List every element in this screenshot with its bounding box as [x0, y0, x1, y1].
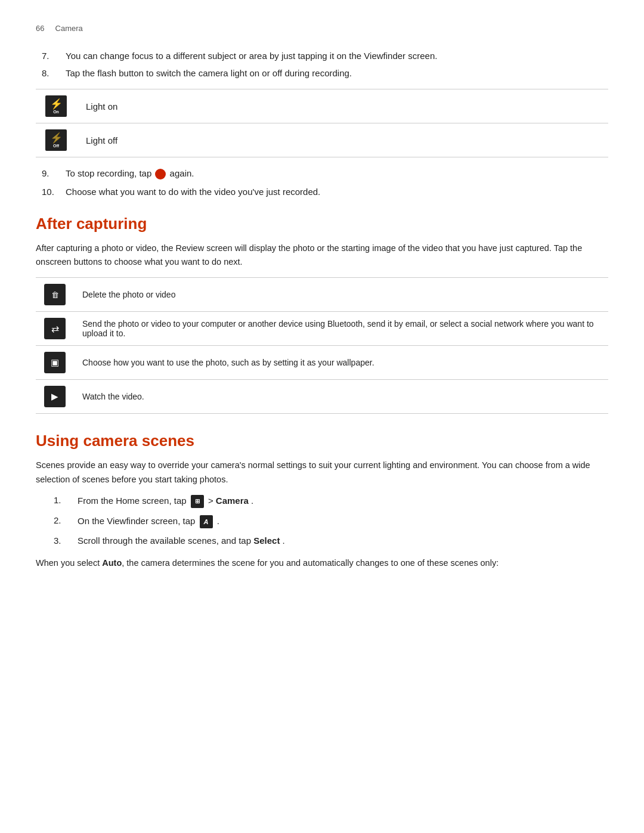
light-off-label: Light off	[76, 123, 608, 157]
setas-icon: ▣	[44, 352, 66, 373]
scenes-step-2: 2. On the Viewfinder screen, tap A .	[48, 515, 608, 528]
list-content-7: You can change focus to a different subj…	[66, 51, 608, 61]
action-play-row: ▶ Watch the video.	[36, 380, 608, 414]
step1-camera-bold: Camera	[216, 496, 249, 506]
stop-text-before: To stop recording, tap	[66, 168, 151, 178]
page-number: 66	[36, 24, 44, 33]
light-on-label: Light on	[76, 89, 608, 123]
list-content-9: To stop recording, tap again.	[66, 168, 608, 179]
action-table: 🗑 Delete the photo or video ⇄ Send the p…	[36, 277, 608, 414]
list-item-8: 8. Tap the flash button to switch the ca…	[36, 68, 608, 78]
scenes-step-num-1: 1.	[54, 495, 78, 505]
share-text: Send the photo or video to your computer…	[74, 312, 608, 346]
using-camera-scenes-intro: Scenes provide an easy way to override y…	[36, 459, 608, 486]
scenes-step-content-1: From the Home screen, tap ⊞ > Camera .	[78, 495, 608, 508]
page-header: 66 Camera	[36, 24, 608, 33]
list-content-10: Choose what you want to do with the vide…	[66, 187, 608, 197]
viewfinder-scene-icon: A	[200, 515, 213, 528]
play-text: Watch the video.	[74, 380, 608, 414]
step1-text-after: .	[251, 496, 253, 506]
delete-text: Delete the photo or video	[74, 278, 608, 312]
step3-text-after: .	[283, 535, 285, 546]
auto-text-after: , the camera determines the scene for yo…	[122, 558, 499, 568]
using-camera-scenes-title: Using camera scenes	[36, 432, 608, 450]
step3-text-before: Scroll through the available scenes, and…	[78, 535, 251, 546]
list-item-10: 10. Choose what you want to do with the …	[36, 187, 608, 197]
light-on-row: ⚡ On Light on	[36, 89, 608, 123]
recording-list: 9. To stop recording, tap again. 10. Cho…	[36, 168, 608, 197]
step2-text-after: .	[217, 516, 219, 526]
intro-list: 7. You can change focus to a different s…	[36, 51, 608, 78]
scenes-steps-list: 1. From the Home screen, tap ⊞ > Camera …	[36, 495, 608, 546]
light-on-icon-cell: ⚡ On	[36, 89, 76, 123]
light-off-row: ⚡ Off Light off	[36, 123, 608, 157]
home-screen-icon: ⊞	[191, 495, 204, 508]
auto-text-before: When you select	[36, 558, 102, 568]
list-num-10: 10.	[42, 187, 66, 197]
light-off-icon: ⚡ Off	[45, 129, 67, 151]
setas-text: Choose how you want to use the photo, su…	[74, 346, 608, 380]
action-delete-row: 🗑 Delete the photo or video	[36, 278, 608, 312]
auto-bold: Auto	[102, 558, 122, 568]
list-num-8: 8.	[42, 68, 66, 78]
list-content-8: Tap the flash button to switch the camer…	[66, 68, 608, 78]
after-capturing-title: After capturing	[36, 215, 608, 233]
step1-text-before: From the Home screen, tap	[78, 496, 187, 506]
stop-record-icon	[155, 169, 166, 179]
chapter-title: Camera	[55, 24, 83, 33]
share-icon: ⇄	[44, 318, 66, 339]
scenes-step-num-2: 2.	[54, 515, 78, 525]
auto-text: When you select Auto, the camera determi…	[36, 556, 608, 570]
light-off-icon-cell: ⚡ Off	[36, 123, 76, 157]
scenes-step-content-3: Scroll through the available scenes, and…	[78, 535, 608, 546]
scenes-step-3: 3. Scroll through the available scenes, …	[48, 535, 608, 546]
step3-select-label: Select	[253, 535, 280, 546]
delete-icon: 🗑	[44, 284, 66, 305]
delete-icon-cell: 🗑	[36, 278, 74, 312]
list-num-7: 7.	[42, 51, 66, 61]
scenes-step-num-3: 3.	[54, 535, 78, 546]
after-capturing-intro: After capturing a photo or video, the Re…	[36, 241, 608, 269]
play-icon: ▶	[44, 386, 66, 407]
setas-icon-cell: ▣	[36, 346, 74, 380]
scenes-step-1: 1. From the Home screen, tap ⊞ > Camera …	[48, 495, 608, 508]
light-table: ⚡ On Light on ⚡ Off Light off	[36, 89, 608, 157]
list-item-9: 9. To stop recording, tap again.	[36, 168, 608, 179]
action-setas-row: ▣ Choose how you want to use the photo, …	[36, 346, 608, 380]
list-item-7: 7. You can change focus to a different s…	[36, 51, 608, 61]
stop-text-after: again.	[170, 168, 194, 178]
scenes-step-content-2: On the Viewfinder screen, tap A .	[78, 515, 608, 528]
action-share-row: ⇄ Send the photo or video to your comput…	[36, 312, 608, 346]
step1-text-middle: >	[208, 496, 216, 506]
step2-text-before: On the Viewfinder screen, tap	[78, 516, 195, 526]
play-icon-cell: ▶	[36, 380, 74, 414]
light-on-icon: ⚡ On	[45, 95, 67, 117]
share-icon-cell: ⇄	[36, 312, 74, 346]
list-num-9: 9.	[42, 168, 66, 178]
